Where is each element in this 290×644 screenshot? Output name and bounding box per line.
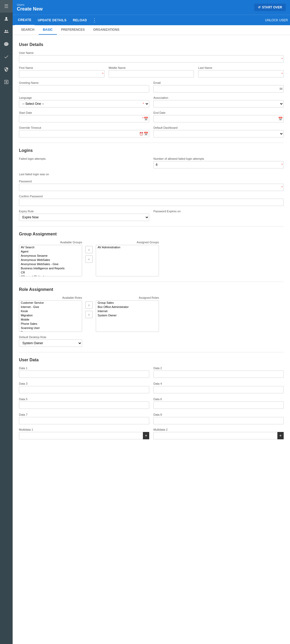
data6-input[interactable] [153,401,284,409]
tab-search[interactable]: SEARCH [17,25,39,35]
role-assignment-title: Role Assignment [19,287,284,292]
username-input[interactable] [19,55,284,63]
middlename-input[interactable] [109,70,194,78]
timeout-group: Override Timeout ⏰ 📅 [19,126,149,137]
data3-label: Data 3 [19,382,149,385]
end-date-group: End Date 📅 [153,111,284,122]
exit-icon[interactable] [0,76,13,88]
svg-point-1 [5,30,7,32]
multidata1-input[interactable] [19,432,149,439]
greeting-input[interactable] [19,85,149,92]
default-role-row: Default Desktop Role System Owner [19,336,284,347]
username-input-wrap: * [19,55,284,63]
data2-group: Data 2 [153,367,284,378]
confirm-password-row: Confirm Password [19,195,284,206]
timeout-input[interactable] [19,130,149,137]
menu-icon[interactable]: ☰ [0,0,13,13]
theater-icon[interactable] [0,38,13,50]
default-role-select[interactable]: System Owner [19,339,82,347]
username-required: * [282,57,283,60]
tab-preferences[interactable]: PREFERENCES [57,25,89,35]
username-row: User Name * [19,51,284,63]
logins-title: Logins [19,148,284,153]
multidata1-add-button[interactable]: + [143,432,149,439]
tab-basic[interactable]: BASIC [39,25,57,35]
expiry-rule-label: Expiry Rule [19,210,149,213]
dashboard-label: Default Dashboard [153,126,284,129]
more-menu-button[interactable]: ⋮ [90,17,99,23]
group-transfer-buttons: › ‹ [84,241,94,263]
create-button[interactable]: CREATE [15,15,34,25]
password-expires-label: Password Expires on [153,210,284,213]
update-details-button[interactable]: UPDATE DETAILS [34,15,69,25]
data8-group: Data 8 [153,413,284,424]
end-date-input[interactable] [153,115,284,122]
end-date-calendar-icon[interactable]: 📅 [278,117,283,121]
password-input[interactable] [19,184,284,191]
available-groups-list[interactable]: AV SearchAgentAnonymous SesameAnonymous … [19,245,82,276]
association-select[interactable] [153,100,284,107]
username-group: User Name * [19,51,284,63]
assigned-roles-list[interactable]: Group SalesBox Office AdministratorInter… [96,300,159,332]
language-label: Language [19,96,149,99]
greeting-group: Greeting Name [19,81,149,92]
username-label: User Name [19,51,284,54]
dashboard-select[interactable] [153,130,284,137]
password-expires-group: Password Expires on [153,210,284,221]
group-assignment-container: Available Groups AV SearchAgentAnonymous… [19,241,284,276]
lastname-label: Last Name [198,66,284,69]
assign-role-button[interactable]: › [85,301,93,309]
main-content: Users Create New ↺ START OVER CREATE UPD… [13,0,290,644]
multidata2-input[interactable] [153,432,284,439]
start-date-calendar-icon[interactable]: 📅 [144,117,148,121]
data5-input[interactable] [19,401,149,409]
data1-input[interactable] [19,370,149,378]
data8-input[interactable] [153,417,284,424]
user-icon[interactable] [0,13,13,25]
unassign-role-button[interactable]: ‹ [85,311,93,318]
allowed-attempts-input[interactable] [153,161,284,168]
tab-organizations[interactable]: ORGANIZATIONS [89,25,124,35]
password-label: Password [19,180,284,183]
start-over-button[interactable]: ↺ START OVER [254,4,286,11]
toolbar: CREATE UPDATE DETAILS RELOAD ⋮ UNLOCK US… [13,15,290,25]
role-transfer-buttons: › ‹ [84,296,94,318]
middlename-group: Middle Name [109,66,194,78]
tasks-icon[interactable] [0,50,13,63]
data7-input[interactable] [19,417,149,424]
timeout-calendar-icon[interactable]: 📅 [144,132,148,136]
expiry-rule-select[interactable]: Expire Now [19,214,149,221]
multidata1-group: Multidata 1 + [19,428,149,439]
multidata2-group: Multidata 2 + [153,428,284,439]
assign-group-button[interactable]: › [85,246,93,253]
data3-input[interactable] [19,386,149,393]
assigned-groups-list[interactable]: AV Administration [96,245,159,276]
unassign-group-button[interactable]: ‹ [85,255,93,263]
reload-button[interactable]: RELOAD [70,15,90,25]
dashboard-group: Default Dashboard [153,126,284,137]
data4-input[interactable] [153,386,284,393]
available-roles-list[interactable]: Customer ServiceInternet - GiveKioskMigr… [19,300,82,332]
data4-label: Data 4 [153,382,284,385]
lastname-input[interactable] [198,70,284,78]
data1-label: Data 1 [19,367,149,370]
data2-input[interactable] [153,370,284,378]
data2-label: Data 2 [153,367,284,370]
email-input[interactable] [153,85,284,92]
data4-group: Data 4 [153,382,284,393]
firstname-input[interactable] [19,70,104,78]
start-date-input[interactable] [19,115,149,122]
confirm-password-input[interactable] [19,199,284,206]
shield-icon[interactable] [0,63,13,76]
tab-bar: SEARCH BASIC PREFERENCES ORGANIZATIONS [13,25,290,35]
users-icon[interactable] [0,25,13,38]
content-area: User Details User Name * First Name * Mi… [13,35,290,644]
expiry-row: Expiry Rule Expire Now Password Expires … [19,210,284,221]
language-select[interactable]: -- Select One -- [19,100,149,107]
multidata1-label: Multidata 1 [19,428,149,431]
unlock-user-button[interactable]: UNLOCK USER [265,18,288,22]
data6-group: Data 6 [153,398,284,409]
data5-group: Data 5 [19,398,149,409]
start-date-label: Start Date [19,111,149,114]
multidata2-add-button[interactable]: + [277,432,284,439]
